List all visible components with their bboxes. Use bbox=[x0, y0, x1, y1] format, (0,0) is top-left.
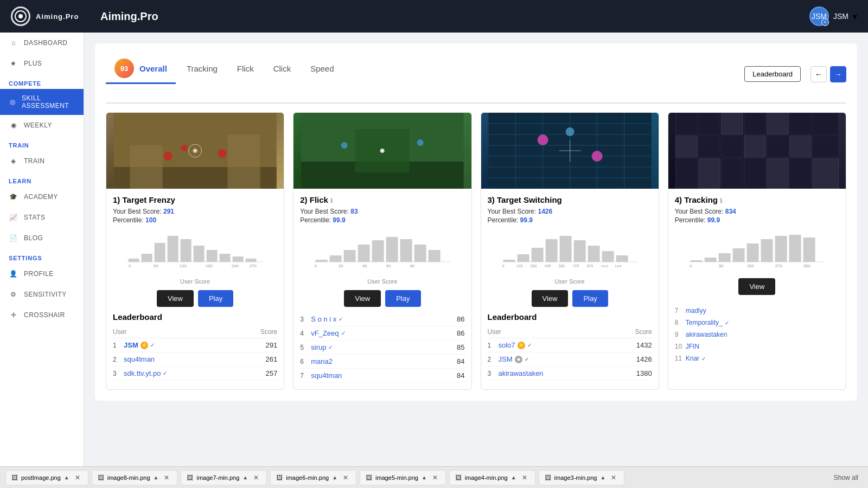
plus-badge: + bbox=[821, 18, 829, 26]
tab-click-label: Click bbox=[273, 64, 291, 73]
table-row: 7 squ4tman 84 bbox=[300, 369, 464, 383]
svg-point-1 bbox=[18, 14, 23, 18]
leaderboard-button[interactable]: Leaderboard bbox=[744, 66, 801, 82]
logo-area: Aiming.Pro bbox=[11, 7, 95, 26]
content-card: 93 Overall Tracking Flick Click Speed bbox=[95, 43, 857, 401]
svg-rect-44 bbox=[386, 237, 398, 262]
svg-text:90: 90 bbox=[718, 264, 723, 267]
card-thumbnail-1 bbox=[106, 113, 284, 189]
svg-rect-21 bbox=[220, 254, 231, 262]
sidebar-label-crosshair: CROSSHAIR bbox=[24, 311, 65, 319]
table-row: 9 akirawastaken bbox=[675, 329, 839, 341]
tab-click[interactable]: Click bbox=[265, 60, 300, 78]
tab-overall[interactable]: 93 Overall bbox=[106, 54, 176, 84]
user-name-nav[interactable]: JSM bbox=[833, 12, 848, 21]
thumb-svg-3 bbox=[481, 113, 659, 189]
leaderboard-section-3: Leaderboard User Score 1 solo7 ⭐ ✓ 1432 … bbox=[488, 312, 652, 381]
sidebar-item-blog[interactable]: 📄 BLOG bbox=[0, 228, 84, 248]
svg-rect-91 bbox=[698, 113, 720, 134]
view-btn-3[interactable]: View bbox=[532, 290, 569, 307]
thumb-svg-1 bbox=[106, 113, 284, 189]
card-stat-percentile-4: Percentile: 99.9 bbox=[675, 216, 839, 224]
svg-text:1015: 1015 bbox=[601, 265, 608, 267]
svg-rect-5 bbox=[228, 134, 260, 189]
tab-speed[interactable]: Speed bbox=[302, 60, 342, 78]
svg-rect-93 bbox=[744, 113, 765, 134]
user-dropdown-icon[interactable]: ▾ bbox=[853, 11, 857, 22]
svg-text:145: 145 bbox=[516, 264, 522, 267]
user-avatar[interactable]: JSM + bbox=[809, 7, 829, 26]
svg-rect-113 bbox=[704, 258, 716, 262]
sidebar-item-dashboard[interactable]: ⌂ DASHBOARD bbox=[0, 33, 84, 53]
home-icon: ⌂ bbox=[9, 38, 18, 48]
profile-icon: 👤 bbox=[9, 269, 18, 279]
table-row: 2 JSM ◆ ✓ 1426 bbox=[488, 352, 652, 367]
svg-text:180: 180 bbox=[746, 264, 754, 267]
view-btn-4[interactable]: View bbox=[738, 278, 775, 295]
svg-rect-76 bbox=[573, 240, 585, 262]
svg-point-36 bbox=[341, 142, 348, 149]
lb-title-1: Leaderboard bbox=[113, 312, 277, 322]
sidebar-item-skill-assessment[interactable]: ◎ SKILL ASSESSMENT bbox=[0, 89, 84, 115]
svg-rect-14 bbox=[129, 259, 139, 262]
card-thumbnail-4 bbox=[668, 113, 846, 189]
svg-rect-110 bbox=[812, 158, 838, 189]
svg-text:0: 0 bbox=[315, 264, 317, 267]
sidebar-label-stats: STATS bbox=[24, 214, 45, 221]
view-btn-2[interactable]: View bbox=[344, 290, 381, 307]
sidebar-label-profile: PROFILE bbox=[24, 270, 54, 278]
sidebar-item-profile[interactable]: 👤 PROFILE bbox=[0, 264, 84, 284]
section-learn: LEARN bbox=[0, 171, 84, 187]
compact-leaderboard-4: 7 madlyy 8 Temporality_ ✓ 9 akirawastake… bbox=[675, 300, 839, 369]
sidebar-item-train[interactable]: ◈ TRAIN bbox=[0, 151, 84, 171]
svg-rect-103 bbox=[812, 136, 838, 157]
info-icon-4[interactable]: ℹ bbox=[720, 197, 722, 204]
next-arrow[interactable]: → bbox=[830, 66, 846, 82]
card-stat-score-4: Your Best Score: 834 bbox=[675, 208, 839, 215]
svg-rect-39 bbox=[316, 260, 328, 262]
tab-overall-label: Overall bbox=[139, 64, 167, 73]
prev-arrow[interactable]: ← bbox=[810, 66, 827, 82]
user-score-label-1: User Score bbox=[113, 278, 277, 285]
table-row: 2 squ4tman 261 bbox=[113, 352, 277, 367]
sidebar-item-stats[interactable]: 📈 STATS bbox=[0, 207, 84, 228]
chart-svg-2: 0 20 40 60 80 bbox=[300, 229, 464, 267]
svg-rect-78 bbox=[602, 251, 614, 262]
card-stat-score-2: Your Best Score: 83 bbox=[300, 208, 464, 215]
card-content-4: 4) Tracking ℹ Your Best Score: 834 Perce… bbox=[668, 189, 846, 375]
svg-rect-107 bbox=[744, 158, 765, 189]
view-btn-1[interactable]: View bbox=[157, 290, 194, 307]
user-score-label-3: User Score bbox=[488, 278, 652, 285]
svg-rect-19 bbox=[194, 246, 205, 262]
svg-text:60: 60 bbox=[154, 264, 158, 267]
chart-svg-4: 0 90 180 270 360 bbox=[675, 229, 839, 267]
svg-rect-18 bbox=[181, 239, 192, 262]
card-thumbnail-3 bbox=[481, 113, 659, 189]
tab-tracking[interactable]: Tracking bbox=[178, 60, 226, 78]
sidebar-item-sensitivity[interactable]: ⚙ SENSITIVITY bbox=[0, 284, 84, 305]
mini-chart-3: 0 145 290 435 580 725 870 1015 1305 bbox=[488, 229, 652, 273]
svg-rect-116 bbox=[746, 243, 758, 262]
table-row: 5 sirup ✓ 85 bbox=[300, 341, 464, 355]
play-btn-3[interactable]: Play bbox=[572, 290, 608, 307]
play-btn-2[interactable]: Play bbox=[385, 290, 420, 307]
silver-badge: ◆ bbox=[515, 356, 522, 363]
svg-text:180: 180 bbox=[206, 264, 213, 267]
sidebar-item-academy[interactable]: 🎓 ACADEMY bbox=[0, 187, 84, 207]
svg-rect-92 bbox=[721, 113, 743, 134]
play-btn-1[interactable]: Play bbox=[198, 290, 233, 307]
svg-rect-120 bbox=[803, 237, 815, 262]
sidebar-item-weekly[interactable]: ◉ WEEKLY bbox=[0, 115, 84, 136]
sidebar-item-plus[interactable]: ★ PLUS bbox=[0, 53, 84, 74]
svg-rect-47 bbox=[429, 250, 441, 262]
top-nav: Aiming.Pro Aiming.Pro JSM + JSM ▾ bbox=[0, 0, 868, 33]
academy-icon: 🎓 bbox=[9, 192, 18, 202]
sidebar-item-crosshair[interactable]: ✛ CROSSHAIR bbox=[0, 305, 84, 325]
tab-flick[interactable]: Flick bbox=[228, 60, 263, 78]
svg-rect-112 bbox=[690, 260, 702, 262]
info-icon-2[interactable]: ℹ bbox=[330, 197, 333, 204]
svg-text:60: 60 bbox=[386, 264, 391, 267]
svg-text:80: 80 bbox=[410, 264, 415, 267]
svg-rect-23 bbox=[246, 259, 257, 262]
verified-icon: ✓ bbox=[339, 316, 343, 322]
